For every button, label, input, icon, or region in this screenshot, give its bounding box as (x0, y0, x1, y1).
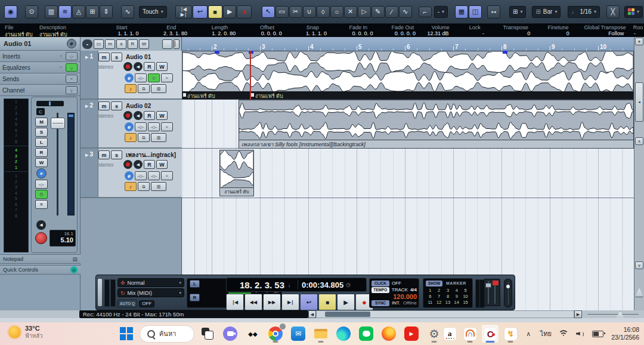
marker-number-button[interactable]: 14 (452, 300, 461, 305)
read-automation-button[interactable]: R (35, 148, 48, 157)
edit-channel-button[interactable]: e (125, 73, 134, 82)
time-signature-value[interactable]: 4/4 (410, 287, 417, 292)
go-to-left-locator-button[interactable]: L (190, 280, 200, 288)
marker-number-button[interactable]: 6 (426, 294, 435, 299)
inserts-bypass-button[interactable]: -◇- (135, 122, 147, 131)
cycle-button[interactable]: ↩ (193, 5, 207, 19)
marker-number-button[interactable]: 2 (435, 288, 444, 293)
tool-range-selection[interactable]: ▭ (275, 6, 289, 18)
show-hidden-icons-button[interactable]: ∧ (522, 324, 535, 343)
inserts-bypass-button[interactable]: -◇- (135, 73, 147, 82)
read-automation-button[interactable]: R (144, 111, 155, 120)
taskbar-app-cubase[interactable]: C (481, 324, 499, 343)
inspector-section-inserts[interactable]: Inserts ◔ -◇- (0, 51, 80, 62)
tempo-mode-value[interactable]: TRACK (392, 287, 408, 292)
info-value[interactable]: Follow (578, 30, 632, 36)
taskbar-app-file-explorer[interactable] (311, 324, 330, 343)
eq-bypass-button[interactable]: -◇- (148, 122, 160, 131)
taskbar-app-amazon-a[interactable]: a (441, 324, 459, 343)
inspector-section-notepad[interactable]: Notepad ▤ (0, 254, 80, 264)
forward-button[interactable]: ▶▶ (263, 294, 281, 310)
global-solo-button[interactable]: s (116, 39, 126, 49)
taskbar-app-audacity[interactable]: ∩ (461, 324, 479, 343)
wifi-button[interactable] (556, 324, 571, 343)
marker-number-button[interactable]: 13 (444, 300, 453, 305)
marker-number-button[interactable]: 3 (444, 288, 453, 293)
marker-number-button[interactable]: 4 (452, 288, 461, 293)
write-automation-button[interactable]: W (156, 160, 168, 169)
inserts-bypass-button[interactable]: -◇- (35, 180, 48, 189)
info-value[interactable]: 0 (538, 30, 577, 36)
marker-number-button[interactable]: 11 (426, 300, 435, 305)
language-indicator[interactable]: ไทย (537, 324, 554, 343)
search-box[interactable]: ค้นหา (140, 325, 194, 343)
track-name[interactable]: เพลงาน...ingtrack] (126, 150, 176, 159)
mute-button[interactable]: M (35, 118, 48, 127)
tool-erase[interactable]: ◊ (317, 6, 330, 18)
sends-bypass-button[interactable]: ≈ (161, 73, 173, 82)
input-level-knob[interactable] (485, 283, 491, 288)
solo-button[interactable]: S (35, 128, 48, 137)
musical-timebase-button[interactable]: ♪ (125, 133, 137, 142)
tool-draw[interactable]: ✎ (371, 6, 385, 18)
info-value[interactable]: 1. 2. 0. 80 (196, 30, 244, 36)
scroll-right-button[interactable]: ▶ (574, 310, 582, 318)
track-mute-button[interactable]: m (98, 53, 110, 61)
marker-number-button[interactable]: 9 (452, 294, 461, 299)
show-inspector-button[interactable]: ▥ (45, 5, 58, 19)
tool-zoom[interactable]: ○ (330, 6, 343, 18)
automation-panel-button[interactable]: ∿ (121, 5, 134, 19)
color-select[interactable]: ▾ (624, 6, 643, 18)
start-button[interactable] (117, 324, 136, 343)
level-control-panel[interactable] (484, 279, 500, 306)
volume-button[interactable] (573, 324, 587, 343)
info-value[interactable]: 0 (493, 30, 538, 36)
snap-type-select[interactable]: ⊞ ▾ (509, 6, 526, 18)
divider-handle[interactable]: ▏ (174, 39, 179, 49)
panel-grip[interactable] (98, 279, 102, 306)
go-to-end-button[interactable]: ▶∣ (281, 294, 299, 310)
lock-button[interactable]: ⧉ (138, 182, 150, 191)
taskbar-clock[interactable]: 16:08 23/1/2566 (608, 326, 639, 341)
record-enable-button[interactable] (123, 111, 132, 120)
goto-marker-buttons[interactable]: ∣◀ ▶∣ (175, 5, 192, 19)
position-time-value[interactable]: 0:00:34.805 (302, 281, 343, 289)
marker-number-button[interactable]: 15 (461, 300, 470, 305)
vertical-scrollbar[interactable]: ▾ ◂ ∧ ∨ (634, 37, 644, 310)
tool-audition[interactable]: ▷ (358, 6, 371, 18)
click-button[interactable]: CLICK (371, 281, 389, 287)
tempo-button[interactable]: TEMPO (371, 287, 389, 293)
marker-number-button[interactable]: 1 (426, 288, 435, 293)
edit-channel-button[interactable]: e (125, 122, 134, 131)
auto-quantize-button[interactable]: AUTO Q (117, 300, 137, 307)
taskbar-app-firefox[interactable] (379, 324, 398, 343)
inspector-section-channel[interactable]: Channel ▯ (0, 85, 80, 96)
global-mute-button[interactable]: m (105, 39, 115, 49)
stop-button[interactable]: ■ (318, 294, 336, 310)
monitor-button[interactable]: ◀ (134, 111, 143, 120)
info-value[interactable]: 1. 1. 1. 0 (96, 30, 147, 36)
info-value[interactable]: 1. 1. 1. 0 (290, 30, 335, 36)
play-button[interactable]: ▶ (337, 294, 355, 310)
horizontal-zoom-slider[interactable] (587, 314, 639, 315)
global-read-button[interactable]: R (128, 39, 138, 49)
tool-scrub[interactable]: ∿ (399, 6, 412, 18)
constrain-delay-button[interactable]: ⊙ (25, 5, 38, 19)
lane-display-button[interactable]: ▥ (151, 133, 166, 142)
inspector-section-sends[interactable]: Sends ≈ (0, 73, 80, 85)
monitor-button[interactable]: ◀ (134, 160, 143, 169)
tool-mute[interactable]: ✕ (344, 6, 357, 18)
monitor-button[interactable]: ◀ (36, 220, 46, 230)
eq-bypass-button[interactable]: ◇ (148, 73, 160, 82)
taskbar-app-winamp[interactable]: ↯ (501, 324, 519, 343)
read-automation-button[interactable]: R (144, 62, 155, 71)
autoscroll-button[interactable]: ⌐ (419, 7, 432, 17)
inspector-section-equalizers[interactable]: Equalizers ◔ ◇ (0, 62, 80, 73)
battery-button[interactable] (590, 324, 605, 343)
primary-time-display[interactable]: 18. 2. 3. 53 ♩ 0:00:34.805 ◷ (226, 278, 367, 292)
event-handle-marker[interactable] (215, 51, 219, 54)
cycle-record-mode-select[interactable]: ↻ Mix (MIDI) ▾ (117, 288, 184, 297)
scroll-down-button[interactable]: ∨ (635, 261, 643, 269)
inspector-header[interactable]: Audio 01 e (0, 37, 80, 51)
marker-number-button[interactable]: 8 (444, 294, 453, 299)
